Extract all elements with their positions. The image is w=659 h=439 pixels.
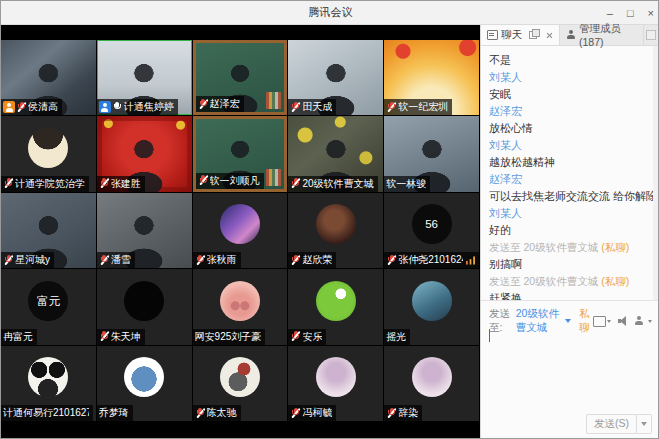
mic-muted-icon <box>100 178 109 189</box>
name-bar: 软一刘顺凡 <box>196 173 264 189</box>
message-input[interactable] <box>481 325 659 412</box>
video-tile[interactable]: 冯柯毓 <box>288 346 383 421</box>
avatar <box>316 281 356 321</box>
video-tile[interactable]: 潘雪 <box>97 193 192 268</box>
participant-name: 20级软件曹文城 <box>302 177 373 191</box>
video-tile[interactable]: 张建胜 <box>97 116 192 191</box>
name-bar: 安乐 <box>288 329 326 345</box>
mic-muted-icon <box>291 102 300 113</box>
close-tab-icon[interactable] <box>546 32 553 39</box>
popout-icon[interactable] <box>529 31 537 39</box>
meta-target: 20级软件曹文城 <box>524 275 599 287</box>
name-bar: 20级软件曹文城 <box>288 176 377 192</box>
mic-muted-icon <box>291 331 300 342</box>
message-sender: 刘某人 <box>489 69 652 85</box>
chevron-down-icon <box>565 319 571 323</box>
participant-name: 赵欣荣 <box>302 253 332 267</box>
host-badge-icon <box>3 101 15 113</box>
video-tile[interactable]: 赵欣荣 <box>288 193 383 268</box>
video-tile[interactable]: 56 张仲尧210162402... <box>384 193 479 268</box>
avatar <box>220 204 260 244</box>
chat-scrollbar[interactable] <box>653 46 659 300</box>
meta-prefix: 发送至 <box>489 241 521 253</box>
video-tile[interactable]: 朱天坤 <box>97 269 192 344</box>
avatar <box>28 357 68 397</box>
participant-name: 冯柯毓 <box>302 406 332 420</box>
message-text: 安眠 <box>489 86 652 102</box>
mic-muted-icon <box>199 99 208 110</box>
participant-grid: 侯清高 计通焦婷婷 赵泽宏 <box>1 40 479 421</box>
avatar <box>28 128 68 168</box>
private-message-meta: 发送至20级软件曹文城(私聊) <box>489 273 652 289</box>
tab-chat[interactable]: 聊天 <box>481 25 560 45</box>
participant-name: 摇光 <box>386 330 406 344</box>
member-badge-icon <box>99 101 111 113</box>
video-tile[interactable]: 星河城y <box>1 193 96 268</box>
message-sender: 赵泽宏 <box>489 171 652 187</box>
mic-muted-icon <box>291 178 300 189</box>
mic-muted-icon <box>291 255 300 266</box>
mic-muted-icon <box>196 408 205 419</box>
text-cursor <box>489 329 490 342</box>
name-bar: 张仲尧210162402... <box>384 252 479 268</box>
participant-name: 计通学院笕治学 <box>15 177 85 191</box>
avatar <box>220 357 260 397</box>
video-tile[interactable]: 软一林骏 <box>384 116 479 191</box>
name-bar: 侯清高 <box>1 99 62 115</box>
mic-muted-icon <box>100 331 109 342</box>
video-tile[interactable]: 张秋雨 <box>193 193 288 268</box>
mic-muted-icon <box>387 102 396 113</box>
video-tile[interactable]: 计通焦婷婷 <box>97 40 192 115</box>
meeting-window: 腾讯会议 – □ × 侯清高 计通焦婷婷 <box>0 0 659 439</box>
video-tile[interactable]: 侯清高 <box>1 40 96 115</box>
video-tile[interactable]: 乔梦琦 <box>97 346 192 421</box>
participant-name: 张仲尧210162402... <box>398 253 463 267</box>
mic-on-icon <box>113 102 122 113</box>
video-tile[interactable]: 辞染 <box>384 346 479 421</box>
meta-target: 20级软件曹文城 <box>524 241 599 253</box>
message-text: 越放松越精神 <box>489 154 652 170</box>
avatar <box>124 357 164 397</box>
name-bar: 软一林骏 <box>384 176 430 192</box>
video-tile[interactable]: 富元 冉富元 <box>1 269 96 344</box>
video-tile[interactable]: 网安925刘子豪 <box>193 269 288 344</box>
tab-overflow-icon[interactable] <box>646 30 656 40</box>
send-options-dropdown[interactable] <box>637 414 652 434</box>
video-tile[interactable]: 赵泽宏 <box>193 40 288 115</box>
mic-muted-icon <box>291 408 300 419</box>
name-bar: 计通焦婷婷 <box>97 99 178 115</box>
avatar <box>316 357 356 397</box>
video-tile[interactable]: 计通学院笕治学 <box>1 116 96 191</box>
avatar <box>412 357 452 397</box>
meta-prefix: 发送至 <box>489 275 521 287</box>
close-button[interactable]: × <box>648 1 654 25</box>
participant-name: 侯清高 <box>28 100 58 114</box>
tab-members[interactable]: 管理成员(187) <box>560 25 644 45</box>
participant-name: 潘雪 <box>111 253 131 267</box>
video-tile[interactable]: 20级软件曹文城 <box>288 116 383 191</box>
chat-tab-bar: 聊天 管理成员(187) <box>481 25 659 46</box>
message-sender: 刘某人 <box>489 137 652 153</box>
avatar <box>220 281 260 321</box>
video-tile[interactable]: 田天成 <box>288 40 383 115</box>
video-tile[interactable]: 软一刘顺凡 <box>193 116 288 191</box>
avatar: 56 <box>412 204 452 244</box>
message-text: 可以去找焦老师交流交流 给你解除迷惑 <box>489 188 652 204</box>
video-tile[interactable]: 软一纪宏圳 <box>384 40 479 115</box>
mic-muted-icon <box>196 255 205 266</box>
name-bar: 计通学院笕治学 <box>1 176 89 192</box>
avatar: 富元 <box>28 281 68 321</box>
video-tile[interactable]: 摇光 <box>384 269 479 344</box>
message-text: 放松心情 <box>489 120 652 136</box>
send-button[interactable]: 发送(S) <box>586 414 637 434</box>
video-tile[interactable]: 陈太驰 <box>193 346 288 421</box>
name-bar: 赵欣荣 <box>288 252 336 268</box>
participant-name: 冉富元 <box>3 330 33 344</box>
message-list[interactable]: 不是 刘某人 安眠 赵泽宏 放松心情 刘某人 越放松越精神 赵泽宏 可以去找焦老… <box>481 46 659 300</box>
participant-name: 安乐 <box>302 330 322 344</box>
name-bar: 朱天坤 <box>97 329 145 345</box>
video-tile[interactable]: 计通何易行2101627040... <box>1 346 96 421</box>
title-bar: 腾讯会议 – □ × <box>1 1 659 25</box>
video-tile[interactable]: 安乐 <box>288 269 383 344</box>
name-bar: 软一纪宏圳 <box>384 99 452 115</box>
